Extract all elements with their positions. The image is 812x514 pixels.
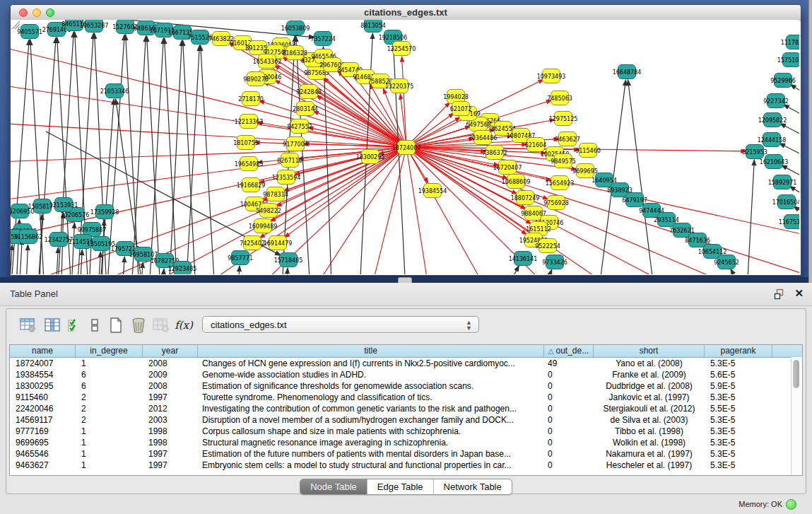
graph-node[interactable]: 12923485 — [173, 261, 192, 274]
table-row[interactable]: 1830029562008Estimation of significance … — [10, 380, 802, 392]
graph-node[interactable]: 12975125 — [554, 111, 572, 126]
table-row[interactable]: 946554611997Estimation of the future num… — [10, 448, 802, 460]
table-row[interactable]: 1872400712008Changes of HCN gene express… — [10, 358, 802, 369]
graph-node[interactable]: 9177004 — [286, 136, 305, 151]
cell[interactable]: Tourette syndrome. Phenomenology and cla… — [198, 392, 544, 403]
float-panel-button[interactable] — [774, 288, 785, 300]
cell[interactable]: 1997 — [143, 448, 198, 460]
graph-node[interactable]: 14136141 — [514, 251, 532, 266]
cell[interactable]: 5.9E-5 — [705, 380, 772, 392]
cell[interactable]: 0 — [544, 403, 594, 414]
cell[interactable]: 2012 — [143, 403, 198, 414]
cell[interactable]: Embryonic stem cells: a model to study s… — [198, 460, 544, 471]
cell[interactable]: 14569117 — [10, 414, 76, 426]
cell[interactable]: 9777169 — [10, 426, 76, 437]
cell[interactable]: 2008 — [143, 358, 198, 369]
network-canvas[interactable]: 9405571276914068465110106532871527602648… — [11, 20, 799, 274]
graph-node[interactable]: 11156862 — [19, 229, 37, 244]
panel-divider-handle[interactable] — [398, 277, 412, 283]
graph-node[interactable]: 9849575 — [554, 153, 572, 168]
tab-edge-table[interactable]: Edge Table — [367, 479, 434, 494]
tab-network-table[interactable]: Network Table — [434, 479, 512, 494]
tab-node-table[interactable]: Node Table — [300, 479, 367, 494]
table-scrollbar-thumb[interactable] — [793, 360, 799, 388]
graph-node[interactable]: 9699695 — [576, 163, 594, 178]
graph-node[interactable]: 9242848 — [300, 84, 318, 99]
graph-node[interactable]: 21053346 — [105, 83, 124, 98]
graph-node[interactable]: 8267110 — [281, 153, 299, 168]
graph-node[interactable]: 15718485 — [279, 252, 298, 267]
graph-node[interactable]: 9227342 — [767, 93, 785, 108]
cell[interactable]: 0 — [544, 369, 594, 380]
column-header-in_degree[interactable]: in_degree — [76, 345, 143, 357]
cell[interactable]: 5.3E-5 — [705, 392, 772, 403]
cell[interactable]: Corpus callosum shape and size in male p… — [198, 426, 544, 437]
cell[interactable]: 1 — [76, 460, 143, 471]
graph-node[interactable]: 13220375 — [390, 78, 408, 93]
cell[interactable]: 2003 — [143, 414, 198, 426]
cell[interactable]: Yano et al. (2008) — [594, 358, 705, 369]
graph-node[interactable]: 5498222 — [259, 203, 278, 218]
graph-node[interactable]: 1527602 — [116, 20, 134, 34]
table-header-row[interactable]: namein_degreeyeartitle△out_de...shortpag… — [10, 345, 802, 358]
graph-node[interactable]: 12095822 — [763, 112, 782, 127]
cell[interactable]: 9463627 — [10, 460, 76, 471]
cell[interactable]: Wolkin et al. (1998) — [594, 437, 705, 448]
cell[interactable]: 0 — [544, 414, 594, 426]
create-column-button[interactable] — [105, 315, 126, 336]
graph-node[interactable]: 15654923 — [551, 175, 569, 190]
graph-node[interactable]: 11675324 — [784, 214, 799, 229]
network-window-titlebar[interactable]: citations_edges.txt — [11, 5, 801, 21]
graph-node[interactable]: 15751074 — [782, 52, 799, 67]
cell[interactable]: 1997 — [143, 392, 198, 403]
graph-node[interactable]: 13505195 — [92, 236, 110, 251]
cell[interactable]: 5.3E-5 — [705, 460, 772, 471]
cell[interactable]: 0 — [544, 426, 594, 437]
cell[interactable]: 19384554 — [10, 369, 76, 380]
graph-node[interactable]: 16914479 — [269, 235, 287, 250]
graph-node[interactable]: 9463627 — [558, 132, 577, 146]
graph-node[interactable]: 11178380 — [786, 35, 799, 49]
graph-node[interactable]: 10973493 — [542, 69, 560, 83]
cell[interactable]: 22420046 — [10, 403, 76, 414]
graph-node[interactable]: 12444158 — [763, 132, 781, 147]
graph-node[interactable]: 7425402 — [243, 235, 261, 250]
cell[interactable]: Structural magnetic resonance image aver… — [198, 437, 544, 448]
graph-node[interactable]: 9405571 — [20, 24, 39, 39]
table-mode-button[interactable] — [18, 315, 39, 336]
graph-node[interactable]: 18300295 — [361, 149, 379, 164]
cell[interactable]: 5.3E-5 — [705, 437, 772, 448]
table-scrollbar[interactable] — [791, 357, 802, 475]
graph-node[interactable]: 8427552 — [290, 119, 309, 134]
graph-node[interactable]: 2803144 — [296, 101, 314, 116]
cell[interactable]: 2 — [76, 414, 143, 426]
graph-node[interactable]: 12342757 — [49, 232, 68, 247]
select-columns-button[interactable] — [64, 315, 86, 336]
table-row[interactable]: 911546021997Tourette syndrome. Phenomeno… — [10, 392, 802, 403]
cell[interactable]: Dudbridge et al. (2008) — [594, 380, 705, 392]
graph-node[interactable]: 16543362 — [258, 54, 276, 69]
graph-node[interactable]: 8215953 — [746, 144, 764, 159]
cell[interactable]: 1997 — [143, 460, 198, 471]
column-header-name[interactable]: name — [10, 345, 76, 357]
cell[interactable]: 5.3E-5 — [705, 426, 772, 437]
graph-node[interactable]: 8813054 — [364, 20, 382, 33]
cell[interactable]: Estimation of the future numbers of pati… — [198, 448, 544, 460]
cell[interactable]: 1 — [76, 426, 143, 437]
delete-column-button[interactable] — [128, 315, 149, 336]
graph-node[interactable]: 12153931 — [54, 197, 73, 212]
cell[interactable]: 2 — [76, 392, 143, 403]
cell[interactable]: Investigating the contribution of common… — [198, 403, 544, 414]
graph-node[interactable]: 16648784 — [618, 64, 636, 79]
cell[interactable]: 9115460 — [10, 392, 76, 403]
cell[interactable]: Hescheler et al. (1997) — [594, 460, 705, 471]
graph-node[interactable]: 17016504 — [777, 194, 796, 209]
cell[interactable]: 6 — [76, 369, 143, 380]
cell[interactable]: 0 — [544, 448, 594, 460]
graph-node[interactable]: 19654985 — [240, 156, 258, 171]
table-row[interactable]: 969969511998Structural magnetic resonanc… — [10, 437, 802, 448]
cell[interactable]: Estimation of significance thresholds fo… — [198, 380, 544, 392]
graph-node[interactable]: 7357224 — [314, 31, 332, 46]
graph-node[interactable]: 9857771 — [231, 250, 249, 265]
cell[interactable]: 18724007 — [10, 358, 76, 369]
